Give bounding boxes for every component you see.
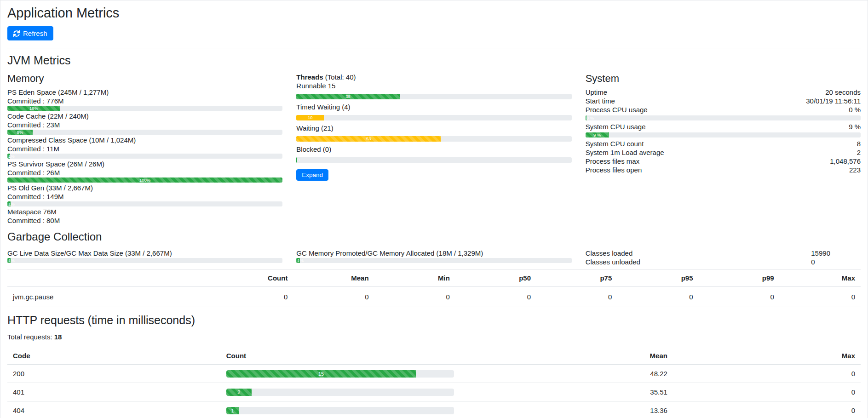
progress-bar-label: 100% (139, 178, 150, 183)
memory-entry-label: Metaspace 76M (7, 207, 282, 216)
gc-classes-value: 15990 (811, 249, 830, 258)
jvm-metrics-heading: JVM Metrics (7, 54, 861, 67)
progress-bar-label: 15 (318, 370, 324, 378)
http-code-cell: 404 (7, 401, 221, 418)
thread-entry: Blocked (0)0 (296, 145, 571, 163)
gc-bar-block: GC Live Data Size/GC Max Data Size (33M … (7, 249, 282, 263)
system-row-label: Uptime (586, 88, 608, 97)
progress-bar-track: 100% (7, 178, 282, 183)
http-requests-heading: HTTP requests (time in milliseconds) (7, 314, 861, 327)
system-row: Process files open223 (586, 166, 861, 174)
memory-heading: Memory (7, 73, 282, 85)
gc-metric-value: 0 (455, 287, 536, 307)
memory-column: Memory PS Eden Space (245M / 1,277M)Comm… (0, 73, 289, 226)
gc-promoted-column: GC Memory Promoted/GC Memory Allocated (… (289, 246, 578, 266)
progress-bar-label: 10 (308, 115, 313, 120)
progress-bar-label: 1% (7, 201, 15, 206)
http-table-header: Mean (460, 347, 673, 365)
system-row-label: Start time (586, 97, 615, 105)
progress-bar-track: 1% (7, 154, 282, 159)
http-max-cell: 0 (673, 365, 861, 383)
gc-metric-value: 0 (617, 287, 698, 307)
http-max-cell: 0 (673, 401, 861, 418)
gc-classes-label: Classes unloaded (586, 258, 811, 266)
header-divider (7, 48, 861, 48)
threads-column: Threads (Total: 40) Runnable 1538Timed W… (289, 73, 578, 226)
progress-bar-fill: 53 (296, 136, 441, 142)
system-row-value: 30/01/19 11:56:11 (806, 97, 861, 105)
system-row-label: Process files max (586, 157, 640, 166)
page-title: Application Metrics (7, 5, 861, 21)
progress-bar-track: 15 (226, 370, 454, 378)
http-table-header: Code (7, 347, 221, 365)
memory-entry-label: Code Cache (22M / 240M) (7, 112, 282, 120)
threads-title-total: (Total: 40) (323, 73, 356, 81)
memory-entry-label: Compressed Class Space (10M / 1,024M) (7, 136, 282, 144)
progress-bar-track: 2 (226, 389, 454, 396)
http-requests-table: CodeCountMeanMax 2001548.220401235.51040… (7, 347, 861, 418)
progress-bar-label: 0 % (586, 115, 594, 120)
memory-entry: PS Old Gen (33M / 2,667M)Committed : 149… (7, 183, 282, 206)
system-row-label: System 1m Load average (586, 148, 664, 157)
thread-entry: Timed Waiting (4)10 (296, 103, 571, 120)
gc-classes-block: Classes loaded15990Classes unloaded0 (586, 249, 861, 266)
memory-entry-label: PS Survivor Space (26M / 26M) (7, 160, 282, 168)
progress-bar-track: 0 (296, 157, 571, 163)
memory-entry-committed: Committed : 776M (7, 97, 282, 105)
gc-metric-name: jvm.gc.pause (7, 287, 212, 307)
table-row: jvm.gc.pause00000000 (7, 287, 861, 307)
progress-bar-label: 2 (237, 389, 240, 396)
system-row: System CPU count8 (586, 139, 861, 148)
system-row-value: 1,048,576 (830, 157, 861, 166)
gc-metric-value: 0 (374, 287, 455, 307)
gc-row: GC Live Data Size/GC Max Data Size (33M … (0, 246, 868, 266)
refresh-button[interactable]: Refresh (7, 26, 53, 40)
gc-bar-block: GC Memory Promoted/GC Memory Allocated (… (296, 249, 571, 263)
system-row: Start time30/01/19 11:56:11 (586, 97, 861, 105)
progress-bar-fill: 9 % (586, 132, 609, 137)
http-mean-cell: 35.51 (460, 383, 673, 401)
thread-entry-label: Timed Waiting (4) (296, 103, 571, 111)
gc-classes-row: Classes loaded15990 (586, 249, 861, 258)
memory-entry-committed: Committed : 23M (7, 120, 282, 129)
memory-entry-committed: Committed : 149M (7, 192, 282, 201)
gc-metric-value: 0 (212, 287, 293, 307)
thread-entry-label: Waiting (21) (296, 124, 571, 132)
expand-button[interactable]: Expand (296, 169, 328, 181)
progress-bar-track: 19% (7, 106, 282, 111)
progress-bar-fill: 19% (7, 106, 60, 111)
progress-bar-label: 19% (29, 106, 38, 111)
memory-entry: Code Cache (22M / 240M)Committed : 23M9% (7, 112, 282, 135)
total-requests: Total requests: 18 (7, 332, 861, 341)
memory-entry-committed: Committed : 11M (7, 144, 282, 153)
jvm-metrics-row: Memory PS Eden Space (245M / 1,277M)Comm… (0, 73, 868, 226)
gc-metric-value: 0 (293, 287, 374, 307)
system-row: System 1m Load average2 (586, 148, 861, 157)
http-code-cell: 200 (7, 365, 221, 383)
progress-bar-fill: 0 (296, 157, 297, 163)
progress-bar-track: 53 (296, 136, 571, 142)
progress-bar-fill: 1% (7, 154, 10, 159)
gc-table-header: Max (780, 269, 861, 287)
progress-bar-fill: 1 (226, 407, 239, 414)
progress-bar-track: 38 (296, 94, 571, 99)
system-row-label: System CPU usage (586, 122, 646, 131)
thread-entry-label: Blocked (0) (296, 145, 571, 154)
gc-table-header: p99 (699, 269, 780, 287)
gc-table-header: p95 (617, 269, 698, 287)
system-row-value: 8 (857, 139, 861, 148)
http-table-header: Max (673, 347, 861, 365)
progress-bar-track: 0 % (586, 115, 861, 120)
memory-entry: Metaspace 76MCommitted : 80M (7, 207, 282, 225)
http-requests-section: HTTP requests (time in milliseconds) Tot… (7, 314, 861, 418)
memory-entry: PS Survivor Space (26M / 26M)Committed :… (7, 160, 282, 183)
gc-pause-table: CountMeanMinp50p75p95p99Max jvm.gc.pause… (7, 269, 861, 307)
gc-classes-value: 0 (811, 258, 815, 266)
progress-bar-fill: 15 (226, 370, 416, 378)
metrics-page: Application Metrics Refresh JVM Metrics … (0, 5, 868, 418)
progress-bar-label: 1% (7, 154, 15, 159)
http-count-cell: 1 (221, 401, 460, 418)
http-mean-cell: 48.22 (460, 365, 673, 383)
progress-bar-track: 9% (7, 130, 282, 135)
progress-bar-track: 1% (7, 258, 282, 263)
